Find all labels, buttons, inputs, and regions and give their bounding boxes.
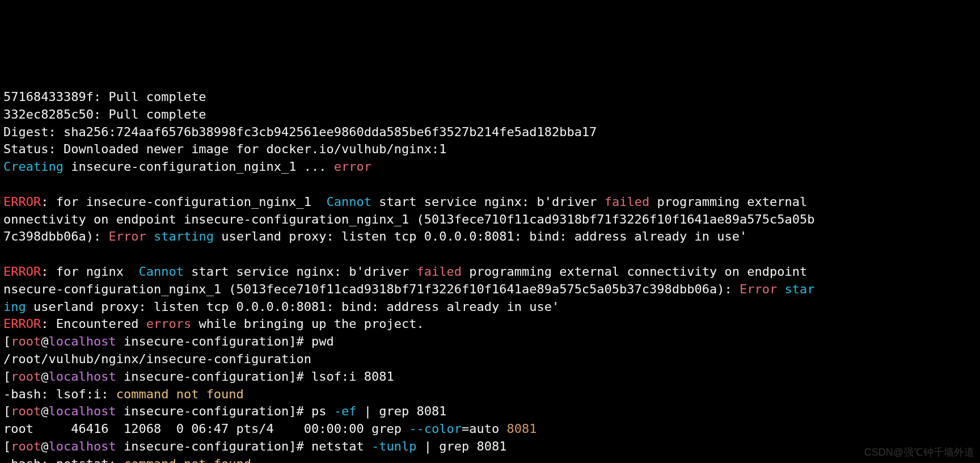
error-text: while bringing up the project. xyxy=(191,317,424,331)
error-keyword: Cannot xyxy=(138,264,183,279)
creating-error: error xyxy=(334,159,371,174)
error-text: onnectivity on endpoint insecure-configu… xyxy=(3,212,814,226)
output-line: 332ec8285c50: Pull complete xyxy=(3,107,206,121)
output-error: command not found xyxy=(124,457,251,463)
prompt: [root@localhost insecure-configuration]# xyxy=(3,439,311,453)
output-line: /root/vulhub/nginx/insecure-configuratio… xyxy=(3,352,311,366)
error-text: start service nginx: b'driver xyxy=(371,195,605,209)
error-label: ERROR xyxy=(3,317,41,331)
error-keyword: errors xyxy=(146,317,191,331)
error-text: star xyxy=(777,282,814,296)
error-keyword: starting xyxy=(154,229,214,243)
terminal-output[interactable]: 57168433389f: Pull complete 332ec8285c50… xyxy=(0,87,980,463)
error-text: : for nginx xyxy=(41,264,138,279)
output-line: Status: Downloaded newer image for docke… xyxy=(3,142,446,156)
error-text: nsecure-configuration_nginx_1 (5013fece7… xyxy=(3,282,740,296)
error-text: userland proxy: listen tcp 0.0.0.0:8081:… xyxy=(214,229,747,243)
output-line: Digest: sha256:724aaf6576b38998fc3cb9425… xyxy=(3,125,597,139)
error-text: start service nginx: b'driver xyxy=(184,264,417,279)
creating-label: Creating xyxy=(3,159,64,174)
prompt: [root@localhost insecure-configuration]# xyxy=(3,369,311,384)
error-keyword: failed xyxy=(417,264,462,279)
command-input[interactable]: lsof:i 8081 xyxy=(311,369,394,384)
error-text: programming external connectivity on end… xyxy=(462,264,815,279)
error-text: userland proxy: listen tcp 0.0.0.0:8081:… xyxy=(26,300,559,314)
error-text: : for insecure-configuration_nginx_1 xyxy=(41,195,326,209)
error-keyword: Cannot xyxy=(327,195,371,209)
error-keyword: Error xyxy=(740,282,777,296)
error-text: : Encountered xyxy=(41,317,146,331)
output-line: -bash: lsof:i: xyxy=(3,387,116,401)
creating-target: insecure-configuration_nginx_1 ... xyxy=(64,159,334,174)
command-input[interactable]: ps -ef | grep 8081 xyxy=(311,404,446,418)
output-error: command not found xyxy=(116,387,244,401)
output-line: root 46416 12068 0 06:47 pts/4 00:00:00 … xyxy=(3,422,537,436)
error-keyword: Error xyxy=(108,229,146,243)
error-label: ERROR xyxy=(3,264,41,279)
prompt: [root@localhost insecure-configuration]# xyxy=(3,334,311,348)
prompt: [root@localhost insecure-configuration]# xyxy=(3,404,311,418)
error-label: ERROR xyxy=(3,195,41,209)
command-input[interactable]: pwd xyxy=(311,334,334,348)
output-line: -bash: netstat: xyxy=(3,457,124,463)
command-input[interactable]: netstat -tunlp | grep 8081 xyxy=(311,439,506,453)
error-text: 7c398dbb06a): xyxy=(3,229,108,243)
output-line: 57168433389f: Pull complete xyxy=(3,90,206,104)
error-text: programming external xyxy=(649,195,814,209)
error-keyword: failed xyxy=(605,195,649,209)
error-text: ing xyxy=(3,300,26,314)
